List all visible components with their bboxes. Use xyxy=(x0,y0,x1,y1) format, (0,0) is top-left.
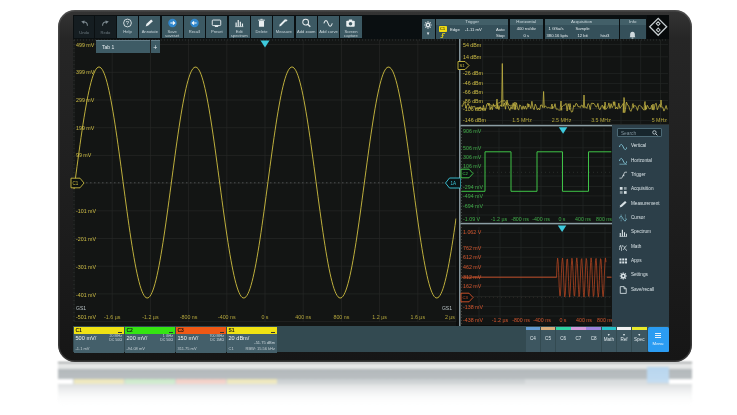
svg-text:GS1: GS1 xyxy=(442,305,452,311)
svg-text:14 dBm: 14 dBm xyxy=(463,54,482,60)
svg-text:-66 dBm: -66 dBm xyxy=(463,89,484,95)
svg-text:3.5 MHz: 3.5 MHz xyxy=(591,117,611,123)
svg-text:800 ns: 800 ns xyxy=(333,314,349,320)
svg-text:-400 ns: -400 ns xyxy=(533,317,551,323)
svg-text:-86 dBm: -86 dBm xyxy=(463,98,484,104)
svg-text:906 mV: 906 mV xyxy=(463,128,482,134)
svg-text:C2: C2 xyxy=(463,171,469,176)
svg-text:506 mV: 506 mV xyxy=(463,145,482,151)
svg-text:-438 mV: -438 mV xyxy=(463,317,483,323)
svg-text:106 mV: 106 mV xyxy=(463,163,482,169)
svg-text:54 dBm: 54 dBm xyxy=(463,42,482,48)
svg-text:-201 mV: -201 mV xyxy=(76,236,96,242)
svg-text:762 mV: 762 mV xyxy=(463,245,482,251)
svg-text:800 ns: 800 ns xyxy=(596,216,612,222)
svg-text:612 mV: 612 mV xyxy=(463,254,482,260)
svg-text:462 mV: 462 mV xyxy=(463,264,482,270)
svg-text:-1.2 µs: -1.2 µs xyxy=(491,216,508,222)
svg-text:-46 dBm: -46 dBm xyxy=(463,80,484,86)
svg-text:2 µs: 2 µs xyxy=(445,314,455,320)
svg-text:S1: S1 xyxy=(460,63,466,68)
svg-text:-494 mV: -494 mV xyxy=(463,193,483,199)
svg-text:1.2 µs: 1.2 µs xyxy=(372,314,387,320)
svg-text:C1: C1 xyxy=(73,181,79,186)
svg-text:399 mV: 399 mV xyxy=(76,69,95,75)
svg-text:199 mV: 199 mV xyxy=(76,125,95,131)
svg-text:400 ns: 400 ns xyxy=(575,216,591,222)
svg-text:-301 mV: -301 mV xyxy=(76,264,96,270)
svg-text:5 MHz: 5 MHz xyxy=(652,117,668,123)
svg-text:-1.6 µs: -1.6 µs xyxy=(104,314,121,320)
svg-text:-400 ns: -400 ns xyxy=(532,216,550,222)
svg-text:-106 dBm: -106 dBm xyxy=(463,106,487,112)
svg-text:1.5 MHz: 1.5 MHz xyxy=(512,117,532,123)
svg-text:99 mV: 99 mV xyxy=(76,152,92,158)
svg-text:?: ? xyxy=(126,20,130,26)
svg-text:800 ns: 800 ns xyxy=(597,317,613,323)
svg-text:400 ns: 400 ns xyxy=(295,314,311,320)
svg-text:-800 ns: -800 ns xyxy=(511,216,529,222)
svg-text:GS1: GS1 xyxy=(76,305,86,311)
svg-text:299 mV: 299 mV xyxy=(76,97,95,103)
svg-text:-1.09 V: -1.09 V xyxy=(463,216,481,222)
svg-text:-146 dBm: -146 dBm xyxy=(463,117,487,123)
svg-text:-26 dBm: -26 dBm xyxy=(463,70,484,76)
svg-text:-1.2 µs: -1.2 µs xyxy=(142,314,159,320)
svg-text:-101 mV: -101 mV xyxy=(76,208,96,214)
svg-text:-694 mV: -694 mV xyxy=(463,203,483,209)
svg-text:0 s: 0 s xyxy=(558,216,565,222)
svg-text:-800 ns: -800 ns xyxy=(180,314,198,320)
svg-text:306 mV: 306 mV xyxy=(463,154,482,160)
svg-text:-400 ns: -400 ns xyxy=(218,314,236,320)
svg-text:499 mV: 499 mV xyxy=(76,42,95,48)
svg-text:162 mV: 162 mV xyxy=(463,283,482,289)
svg-text:0 s: 0 s xyxy=(261,314,268,320)
svg-text:f(x): f(x) xyxy=(619,244,628,251)
svg-text:-294 mV: -294 mV xyxy=(463,184,483,190)
svg-text:-501 mV: -501 mV xyxy=(76,314,96,320)
svg-text:-138 mV: -138 mV xyxy=(463,304,483,310)
svg-text:1.6 µs: 1.6 µs xyxy=(411,314,426,320)
svg-text:1.062 V: 1.062 V xyxy=(463,229,482,235)
svg-text:-800 ns: -800 ns xyxy=(512,317,530,323)
svg-text:-401 mV: -401 mV xyxy=(76,292,96,298)
svg-text:312 mV: 312 mV xyxy=(463,274,482,280)
svg-text:1A: 1A xyxy=(451,181,458,186)
svg-text:0 s: 0 s xyxy=(559,317,566,323)
svg-text:2.5 MHz: 2.5 MHz xyxy=(552,117,572,123)
svg-text:400 ns: 400 ns xyxy=(576,317,592,323)
svg-text:C3: C3 xyxy=(463,295,469,300)
svg-text:-1.2 µs: -1.2 µs xyxy=(492,317,509,323)
